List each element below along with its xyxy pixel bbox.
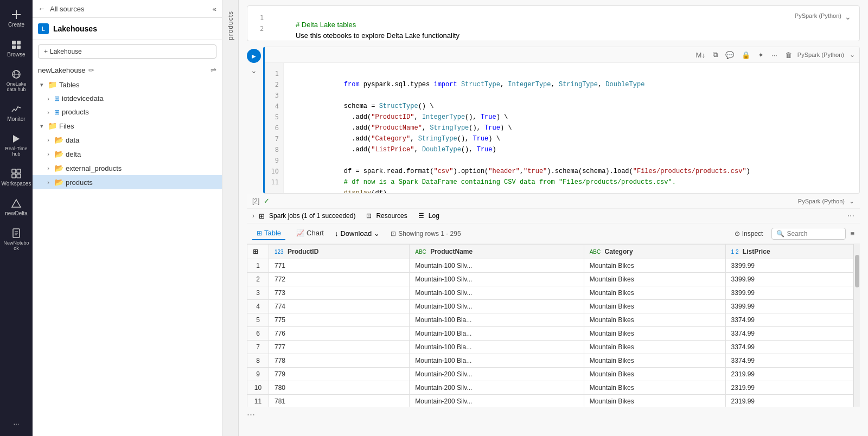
tree-delta-label: delta	[66, 150, 216, 158]
table-tab-label: Table	[264, 229, 281, 237]
table-row: 4 774 Mountain-100 Silv... Mountain Bike…	[247, 300, 853, 313]
spark-more-btn[interactable]: ···	[847, 211, 854, 221]
svg-rect-5	[17, 46, 21, 49]
tree-files-section[interactable]: ▾ 📁 Files	[33, 119, 222, 133]
sidebar-item-workspaces[interactable]: Workspaces	[0, 163, 33, 191]
inspect-label: Inspect	[742, 230, 763, 238]
th-productid[interactable]: 123 ProductID	[269, 245, 410, 259]
th-productname[interactable]: ABC ProductName	[410, 245, 584, 259]
code-content[interactable]: from pyspark.sql.types import StructType…	[284, 63, 859, 193]
sidebar-item-newnotebook[interactable]: NewNotebook	[0, 223, 33, 255]
more-dots-row[interactable]: ···	[239, 407, 868, 422]
sidebar-item-newdelta[interactable]: newDelta	[0, 193, 33, 221]
more-dots-icon: ···	[247, 409, 255, 420]
chevron-down-icon2: ▾	[38, 123, 46, 130]
folder-data-icon: 📂	[54, 136, 63, 144]
sidebar-label-newdelta: newDelta	[5, 210, 28, 216]
output-lang-dropdown[interactable]: ⌄	[849, 197, 854, 205]
collapse-cell-button[interactable]: ⌄	[251, 66, 257, 75]
svg-rect-12	[12, 174, 16, 178]
comment-text-2: Use this otebooks to explore Delta Lake …	[296, 31, 459, 40]
cell-rownum: 11	[247, 395, 269, 407]
svg-rect-1	[12, 14, 21, 15]
chevron-right-icon6: ›	[44, 179, 52, 185]
sidebar-label-newnotebook: NewNotebook	[3, 240, 29, 251]
sidebar-item-create[interactable]: Create	[0, 4, 33, 32]
cell-listprice: 3374.99	[725, 313, 853, 327]
th-category[interactable]: ABC Category	[584, 245, 725, 259]
cell-listprice: 3399.99	[725, 273, 853, 286]
line-num-1: 1	[256, 12, 275, 23]
table-scrollbar[interactable]	[853, 244, 860, 407]
tree-products-folder[interactable]: › 📂 products	[33, 175, 222, 189]
sidebar-item-onelake[interactable]: OneLakedata hub	[0, 64, 33, 97]
refresh-icon[interactable]: ⇌	[210, 66, 216, 74]
cell-ai-btn[interactable]: ✦	[756, 50, 766, 60]
tree-tables-section[interactable]: ▾ 📁 Tables	[33, 78, 222, 92]
tab-table[interactable]: ⊞ Table	[252, 227, 285, 240]
cell1-lang: PySpark (Python)	[795, 12, 841, 19]
table-scroll[interactable]: ⊞ 123 ProductID ABC ProductName	[247, 244, 853, 407]
tab-chart[interactable]: 📈 Chart	[292, 227, 328, 240]
tree-data-folder[interactable]: › 📂 data	[33, 133, 222, 147]
comment-cell: 1 2 # Delta Lake tables Use this otebook…	[247, 5, 860, 41]
search-box[interactable]: 🔍	[771, 228, 846, 240]
realtime-icon	[10, 133, 22, 145]
sidebar-item-monitor[interactable]: Monitor	[0, 99, 33, 126]
cell-category: Mountain Bikes	[584, 286, 725, 300]
showing-rows-text: Showing rows 1 - 295	[398, 230, 461, 238]
tree-products-table[interactable]: › ⊞ products	[33, 105, 222, 119]
tree-iotdevicedata[interactable]: › ⊞ iotdevicedata	[33, 92, 222, 105]
table-row: 1 771 Mountain-100 Silv... Mountain Bike…	[247, 259, 853, 273]
cell-copy-btn[interactable]: ⧉	[711, 49, 720, 60]
tree-external-products-folder[interactable]: › 📂 external_products	[33, 161, 222, 175]
all-sources-label[interactable]: All sources	[50, 5, 85, 13]
download-btn[interactable]: ↓ Download ⌄	[335, 229, 380, 238]
add-lakehouse-button[interactable]: + Lakehouse	[38, 44, 216, 59]
cell-more-btn[interactable]: ···	[769, 50, 780, 60]
sidebar-more-dots[interactable]: ...	[8, 413, 25, 432]
cell-markdown-btn[interactable]: M↓	[694, 50, 707, 60]
table-row: 5 775 Mountain-100 Bla... Mountain Bikes…	[247, 313, 853, 327]
folder-products-icon: 📂	[54, 178, 63, 187]
download-icon: ↓	[335, 229, 339, 238]
inspect-button[interactable]: ⊙ Inspect	[730, 228, 768, 240]
cell2-lang: PySpark (Python)	[797, 52, 844, 58]
cell-rownum: 10	[247, 381, 269, 395]
cell1-more-btn[interactable]: ⌄	[845, 12, 851, 21]
sidebar-label-realtime: Real-Timehub	[5, 146, 27, 157]
run-cell-button[interactable]: ▶	[247, 49, 261, 63]
sidebar-item-realtime[interactable]: Real-Timehub	[0, 129, 33, 161]
cell-productid: 773	[269, 286, 410, 300]
lakehouse-icon: L	[38, 23, 49, 34]
th-listprice[interactable]: 1 2 ListPrice	[725, 245, 853, 259]
scrollbar-thumb[interactable]	[855, 255, 859, 287]
svg-marker-14	[12, 200, 21, 207]
table-row: 9 779 Mountain-200 Silv... Mountain Bike…	[247, 368, 853, 381]
cell-rownum: 9	[247, 368, 269, 381]
cell-lock-btn[interactable]: 🔒	[739, 50, 752, 60]
cell-productid: 779	[269, 368, 410, 381]
spark-jobs-row[interactable]: › ⊞ Spark jobs (1 of 1 succeeded) ⊡ Reso…	[247, 209, 860, 223]
cell-category: Mountain Bikes	[584, 327, 725, 341]
cell2-lang-dropdown[interactable]: ⌄	[850, 51, 855, 59]
ln-11: 11	[265, 177, 283, 188]
cell-delete-btn[interactable]: 🗑	[783, 50, 794, 60]
filter-icon[interactable]: ≡	[850, 229, 854, 238]
current-lakehouse-name: newLakehouse	[38, 66, 85, 74]
tree-delta-folder[interactable]: › 📂 delta	[33, 147, 222, 161]
cell-num-label: [2]	[252, 197, 259, 205]
tree-data-label: data	[66, 136, 216, 144]
edit-lakehouse-icon[interactable]: ✏	[88, 66, 94, 74]
comment-code-area[interactable]: # Delta Lake tables Use this otebooks to…	[280, 12, 789, 34]
cell-comment-btn[interactable]: 💬	[723, 50, 736, 60]
search-input[interactable]	[787, 230, 841, 238]
collapse-panel-button[interactable]: «	[213, 5, 216, 13]
ln-1: 1	[265, 68, 283, 79]
sidebar-item-browse[interactable]: Browse	[0, 34, 33, 62]
svg-rect-11	[17, 169, 21, 173]
table-row: 11 781 Mountain-200 Silv... Mountain Bik…	[247, 395, 853, 407]
back-button[interactable]: ←	[38, 4, 46, 13]
chevron-right-icon4: ›	[44, 151, 52, 157]
add-lakehouse-label: Lakehouse	[50, 48, 82, 55]
